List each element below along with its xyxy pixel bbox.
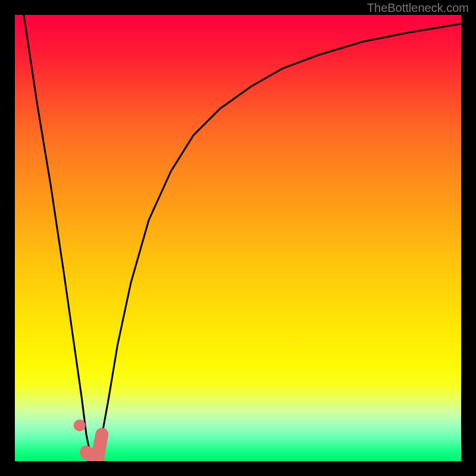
chart-plot-area xyxy=(15,15,461,461)
chart-marker-layer xyxy=(15,15,461,461)
marker-j xyxy=(86,434,102,459)
watermark-text: TheBottleneck.com xyxy=(367,1,469,15)
marker-dot xyxy=(74,419,86,431)
